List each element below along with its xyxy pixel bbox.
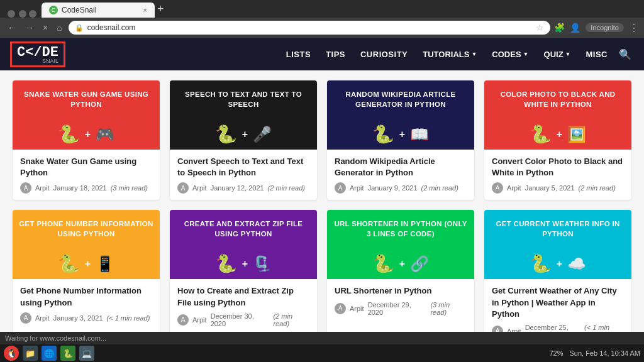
read-time-5: (< 1 min read) xyxy=(107,314,150,322)
plus-sign-2: + xyxy=(242,129,248,140)
nav-misc[interactable]: MISC xyxy=(580,46,614,63)
battery-level: 72% xyxy=(549,349,563,357)
plus-sign-6: + xyxy=(242,258,248,270)
avatar-7: A xyxy=(335,303,346,314)
card-body-title-3: Random Wikipedia Article Generator in Py… xyxy=(335,156,467,178)
plus-sign-1: + xyxy=(85,129,91,140)
taskbar-right: 72% Sun, Feb 14, 10:34 AM xyxy=(549,349,640,357)
secondary-icon-8: ☁️ xyxy=(567,255,586,273)
card-body-title-1: Snake Water Gun Game using Python xyxy=(20,156,152,178)
card-overlay-title-4: COLOR PHOTO TO BLACK AND WHITE IN PYTHON xyxy=(484,84,631,114)
plus-sign-7: + xyxy=(399,258,405,270)
nav-tutorials-dropdown[interactable]: TUTORIALS ▼ xyxy=(416,46,483,63)
nav-codes-dropdown[interactable]: CODES ▼ xyxy=(486,46,535,63)
plus-sign-3: + xyxy=(399,129,405,140)
card-speech-text[interactable]: SPEECH TO TEXT AND TEXT TO SPEECH 🐍 + 🎤 … xyxy=(170,80,317,200)
card-icons-6: 🐍 + 🗜️ xyxy=(215,253,272,274)
read-time-2: (2 min read) xyxy=(268,184,305,192)
nav-lists[interactable]: LISTS xyxy=(280,46,317,63)
secondary-icon-3: 📖 xyxy=(410,126,429,143)
status-text: Waiting for www.codesnail.com... xyxy=(5,334,106,342)
author-5: Arpit xyxy=(35,314,50,322)
card-body-7: URL Shortener in Python A Arpit December… xyxy=(327,279,474,322)
card-snake-water-gun[interactable]: SNAKE WATER GUN GAME USING PYTHON 🐍 + 🎮 … xyxy=(13,80,160,200)
profile-icon[interactable]: 👤 xyxy=(570,23,580,33)
extensions-icon[interactable]: 🧩 xyxy=(554,23,565,33)
plus-sign-8: + xyxy=(557,258,562,270)
card-url-shortener[interactable]: URL SHORTENER IN PYTHON (ONLY 3 LINES OF… xyxy=(327,210,474,345)
card-meta-6: A Arpit December 30, 2020 (2 min read) xyxy=(177,312,309,327)
active-tab[interactable]: C CodeSnail × xyxy=(42,3,155,18)
address-bar[interactable]: 🔒 codesnail.com ☆ xyxy=(69,21,551,35)
card-body-6: How to Create and Extract Zip File using… xyxy=(170,279,317,333)
forward-button[interactable]: → xyxy=(23,21,36,34)
date-5: January 3, 2021 xyxy=(53,314,103,322)
taskbar-files-icon[interactable]: 📁 xyxy=(23,346,38,361)
tab-close-btn[interactable]: × xyxy=(143,6,147,14)
lock-icon: 🔒 xyxy=(75,24,84,32)
card-image-snake-water-gun: SNAKE WATER GUN GAME USING PYTHON 🐍 + 🎮 xyxy=(13,80,160,150)
status-bar: Waiting for www.codesnail.com... xyxy=(0,332,644,344)
card-icons-7: 🐍 + 🔗 xyxy=(372,253,429,274)
card-meta-7: A Arpit December 29, 2020 (3 min read) xyxy=(335,301,467,316)
site-logo[interactable]: C</DE SNAIL xyxy=(10,41,65,67)
date-1: January 18, 2021 xyxy=(53,184,107,192)
plus-sign-4: + xyxy=(557,129,562,140)
address-bar-row: ← → × ⌂ 🔒 codesnail.com ☆ 🧩 👤 Incognito … xyxy=(0,18,644,38)
nav-tips[interactable]: TIPS xyxy=(319,46,352,63)
avatar-2: A xyxy=(177,182,189,194)
new-tab-button[interactable]: + xyxy=(157,0,164,18)
avatar-4: A xyxy=(492,182,503,194)
tutorials-dropdown-arrow: ▼ xyxy=(471,51,477,57)
card-body-title-8: Get Current Weather of Any City in Pytho… xyxy=(492,285,624,320)
back-button[interactable]: ← xyxy=(5,21,19,34)
taskbar-python-icon[interactable]: 🐍 xyxy=(60,346,75,361)
search-icon[interactable]: 🔍 xyxy=(616,45,634,64)
window-maximize[interactable]: □ xyxy=(19,10,26,18)
card-body-title-6: How to Create and Extract Zip File using… xyxy=(177,285,309,308)
card-body-5: Get Phone Number Information using Pytho… xyxy=(13,279,160,329)
card-zip-file[interactable]: CREATE AND EXTRACT ZIP FILE USING PYTHON… xyxy=(170,210,317,345)
card-color-photo[interactable]: COLOR PHOTO TO BLACK AND WHITE IN PYTHON… xyxy=(484,80,631,200)
date-4: January 5, 2021 xyxy=(525,184,575,192)
card-image-weather: GET CURRENT WEATHER INFO IN PYTHON 🐍 + ☁… xyxy=(484,210,631,279)
menu-icon[interactable]: ⋮ xyxy=(629,22,639,34)
card-meta-1: A Arpit January 18, 2021 (3 min read) xyxy=(20,182,152,194)
python-icon-8: 🐍 xyxy=(530,253,552,274)
secondary-icon-7: 🔗 xyxy=(410,255,429,273)
card-overlay-title-5: GET PHONE NUMBER INFORMATION USING PYTHO… xyxy=(13,214,160,244)
home-button[interactable]: ⌂ xyxy=(54,21,64,34)
card-overlay-title-7: URL SHORTENER IN PYTHON (ONLY 3 LINES OF… xyxy=(327,214,474,244)
taskbar-browser-icon[interactable]: 🌐 xyxy=(42,346,57,361)
taskbar-terminal-icon[interactable]: 💻 xyxy=(79,346,94,361)
card-overlay-title-1: SNAKE WATER GUN GAME USING PYTHON xyxy=(13,84,160,114)
taskbar-os-icon[interactable]: 🐧 xyxy=(4,346,19,361)
secondary-icon-2: 🎤 xyxy=(253,126,272,143)
date-3: January 9, 2021 xyxy=(368,184,418,192)
card-overlay-title-8: GET CURRENT WEATHER INFO IN PYTHON xyxy=(484,214,631,244)
bookmark-icon[interactable]: ☆ xyxy=(536,23,544,33)
taskbar: 🐧 📁 🌐 🐍 💻 72% Sun, Feb 14, 10:34 AM xyxy=(0,344,644,362)
nav-curiosity[interactable]: CURIOSITY xyxy=(354,46,414,63)
nav-links: LISTS TIPS CURIOSITY TUTORIALS ▼ CODES ▼… xyxy=(80,45,634,64)
window-minimize[interactable]: ─ xyxy=(8,10,15,18)
reload-button[interactable]: × xyxy=(40,21,50,34)
card-weather[interactable]: GET CURRENT WEATHER INFO IN PYTHON 🐍 + ☁… xyxy=(484,210,631,345)
card-wikipedia[interactable]: RANDOM WIKIPEDIA ARTICLE GENERATOR IN PY… xyxy=(327,80,474,200)
date-6: December 30, 2020 xyxy=(211,312,270,327)
avatar-3: A xyxy=(335,182,346,194)
read-time-1: (3 min read) xyxy=(111,184,148,192)
card-meta-4: A Arpit January 5, 2021 (2 min read) xyxy=(492,182,624,194)
card-meta-2: A Arpit January 12, 2021 (2 min read) xyxy=(177,182,309,194)
incognito-badge: Incognito xyxy=(586,23,624,32)
nav-quiz-dropdown[interactable]: QUIZ ▼ xyxy=(538,46,577,63)
read-time-3: (2 min read) xyxy=(421,184,458,192)
browser-toolbar-right: 🧩 👤 Incognito ⋮ xyxy=(554,22,639,34)
card-body-1: Snake Water Gun Game using Python A Arpi… xyxy=(13,150,160,200)
window-close[interactable]: × xyxy=(29,10,36,18)
card-icons-3: 🐍 + 📖 xyxy=(372,124,429,145)
python-icon-7: 🐍 xyxy=(372,253,394,274)
card-phone-number[interactable]: GET PHONE NUMBER INFORMATION USING PYTHO… xyxy=(13,210,160,345)
codes-dropdown-arrow: ▼ xyxy=(523,51,529,57)
secondary-icon-4: 🖼️ xyxy=(567,126,586,143)
